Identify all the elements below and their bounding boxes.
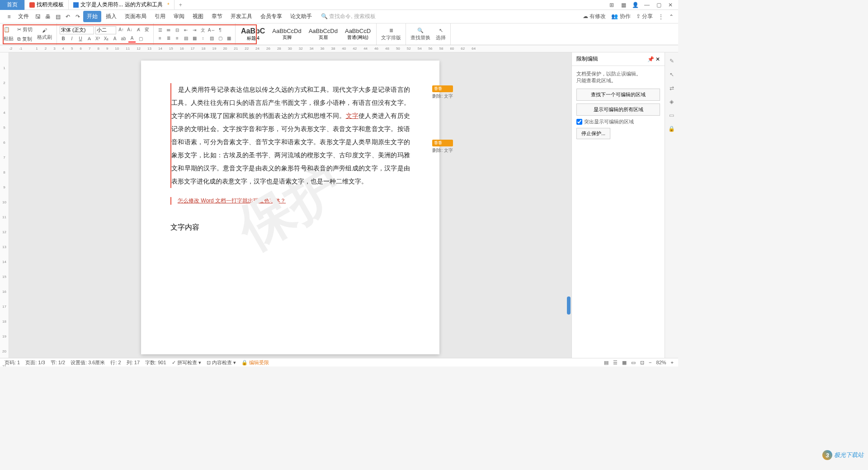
align-center-icon[interactable]: ≣ (165, 35, 172, 42)
tab-view[interactable]: 视图 (189, 11, 207, 22)
italic-icon[interactable]: I (68, 35, 75, 42)
user-icon[interactable]: 👤 (631, 1, 639, 9)
heading-2[interactable]: 文字内容 (170, 223, 410, 232)
collab-button[interactable]: 👥 协作 (611, 13, 630, 20)
tab-insert[interactable]: 插入 (102, 11, 120, 22)
stop-protection-button[interactable]: 停止保护... (576, 128, 610, 139)
tab-review[interactable]: 审阅 (170, 11, 188, 22)
format-painter[interactable]: 🖌格式刷 (35, 27, 54, 42)
tab-sections[interactable]: 章节 (208, 11, 226, 22)
tab-start[interactable]: 开始 (83, 11, 101, 22)
zoom-value[interactable]: 82% (656, 360, 666, 365)
highlight-regions-checkbox[interactable]: 突出显示可编辑的区域 (576, 118, 660, 125)
tab-references[interactable]: 引用 (151, 11, 169, 22)
multilevel-icon[interactable]: ⊟ (174, 27, 181, 34)
redo-icon[interactable]: ↷ (73, 12, 82, 21)
find-replace-button[interactable]: 🔍查找替换 (409, 27, 432, 42)
size-select[interactable] (95, 26, 116, 34)
grow-font-icon[interactable]: A↑ (118, 26, 125, 33)
undo-icon[interactable]: ↶ (63, 12, 72, 21)
minimize-button[interactable]: — (643, 1, 651, 9)
status-sections[interactable]: 节: 1/2 (51, 359, 65, 366)
checkbox-input[interactable] (576, 119, 582, 125)
close-panel-icon[interactable]: ✕ (656, 56, 660, 62)
increase-indent-icon[interactable]: ⇥ (191, 27, 198, 34)
phonetic-icon[interactable]: 変 (143, 26, 151, 33)
view-outline-icon[interactable]: ☰ (613, 360, 618, 366)
new-tab-button[interactable]: + (175, 2, 187, 8)
line-spacing-icon[interactable]: ↕ (199, 35, 207, 42)
zoom-out-icon[interactable]: − (649, 360, 651, 365)
select-button[interactable]: ↖选择 (434, 27, 448, 42)
status-page[interactable]: 页码: 1 (5, 359, 20, 366)
font-select[interactable] (60, 26, 94, 34)
char-shading-icon[interactable]: ▢ (137, 35, 144, 42)
tab-page-layout[interactable]: 页面布局 (121, 11, 150, 22)
text-layout-button[interactable]: ≣文字排版 (379, 27, 403, 42)
bold-icon[interactable]: B (60, 35, 67, 42)
vertical-ruler[interactable]: 1234567891011121314151617181920212223242… (0, 52, 9, 358)
status-words[interactable]: 字数: 901 (145, 359, 166, 366)
tab-template[interactable]: 找稻壳模板 (25, 0, 69, 10)
share-button[interactable]: ⇪ 分享 (636, 13, 653, 20)
hamburger-icon[interactable]: ≡ (5, 12, 14, 21)
status-content-check[interactable]: ⊡ 内容检查 ▾ (207, 359, 236, 366)
subscript-icon[interactable]: X₂ (103, 35, 110, 42)
style-heading4[interactable]: AaBbC标题 4 (238, 26, 268, 42)
style-footer[interactable]: AaBbCcDd页脚 (269, 27, 304, 42)
text-link[interactable]: 文字 (346, 112, 359, 119)
apps-icon[interactable]: ▦ (619, 1, 627, 9)
shading-icon[interactable]: ▨ (208, 35, 215, 42)
preview-icon[interactable]: ▤ (53, 12, 62, 21)
align-left-icon[interactable]: ≡ (156, 35, 164, 42)
translate-icon[interactable]: ⇄ (668, 84, 676, 92)
horizontal-ruler[interactable]: -2-1123456789101112131415161718192021222… (0, 45, 678, 52)
cursor-icon[interactable]: ↖ (668, 70, 676, 79)
table-icon[interactable]: ▦ (225, 35, 232, 42)
copy-button[interactable]: ⧉复制 (16, 35, 33, 43)
lock-icon[interactable]: 🔒 (668, 125, 676, 133)
show-all-regions-button[interactable]: 显示可编辑的所有区域 (576, 103, 660, 116)
chevron-down-icon[interactable]: ⋮ (658, 14, 664, 20)
strike-icon[interactable]: A̶ (85, 35, 93, 42)
view-read-icon[interactable]: ▭ (631, 360, 636, 366)
print-icon[interactable]: 🖶 (43, 12, 52, 21)
book-icon[interactable]: ▭ (668, 111, 676, 119)
view-print-icon[interactable]: ▤ (604, 360, 609, 366)
border-icon[interactable]: ▢ (217, 35, 224, 42)
style-header[interactable]: AaBbCcDd页眉 (306, 27, 340, 42)
tab-developer[interactable]: 开发工具 (227, 11, 256, 22)
cut-button[interactable]: ✂剪切 (16, 25, 33, 34)
tab-paper[interactable]: 论文助手 (287, 11, 316, 22)
layout-icon[interactable]: ⊞ (608, 1, 616, 9)
file-menu[interactable]: 文件 (14, 11, 33, 22)
superscript-icon[interactable]: X² (94, 35, 101, 42)
justify-icon[interactable]: ▤ (182, 35, 189, 42)
command-search[interactable]: 🔍 查找命令, 搜索模板 (316, 13, 376, 20)
zoom-fit-icon[interactable]: ⊡ (640, 360, 644, 366)
paragraph-1[interactable]: 是人类用符号记录表达信息以传之久远的方式和工具。现代文字大多是记录语言的工具。人… (170, 83, 410, 188)
save-icon[interactable]: 🖫 (33, 12, 42, 21)
highlight-icon[interactable]: ab (120, 35, 127, 42)
view-web-icon[interactable]: ▦ (622, 360, 627, 366)
bookmark-icon[interactable]: ◈ (668, 98, 676, 106)
font-color-icon[interactable]: A (128, 35, 136, 42)
comment-1[interactable]: 香香 删除: 文字 (432, 85, 453, 99)
document-area[interactable]: 保护 是人类用符号记录表达信息以传之久远的方式和工具。现代文字大多是记录语言的工… (9, 52, 571, 358)
numbering-icon[interactable]: ⩸ (165, 27, 172, 34)
paste-button[interactable]: 📋 (3, 26, 14, 33)
text-direction-icon[interactable]: 文 (199, 27, 207, 34)
style-normal-web[interactable]: AaBbCcD普通(网站) (342, 27, 373, 42)
pin-icon[interactable]: 📌 (647, 56, 654, 62)
show-marks-icon[interactable]: ¶ (217, 27, 224, 34)
status-pages[interactable]: 页面: 1/3 (25, 359, 45, 366)
tab-document[interactable]: 文字是人类用符... 远的方式和工具 * (69, 0, 175, 10)
underline-icon[interactable]: U (77, 35, 84, 42)
styles-gallery[interactable]: AaBbC标题 4 AaBbCcDd页脚 AaBbCcDd页眉 AaBbCcD普… (236, 24, 377, 45)
page[interactable]: 保护 是人类用符号记录表达信息以传之久远的方式和工具。现代文字大多是记录语言的工… (141, 61, 439, 354)
status-spellcheck[interactable]: ✓ 拼写检查 ▾ (172, 359, 201, 366)
text-effect-icon[interactable]: A (111, 35, 118, 42)
align-distribute-icon[interactable]: A↔ (208, 27, 215, 34)
align-right-icon[interactable]: ≡ (174, 35, 181, 42)
shrink-font-icon[interactable]: A↓ (126, 26, 133, 33)
